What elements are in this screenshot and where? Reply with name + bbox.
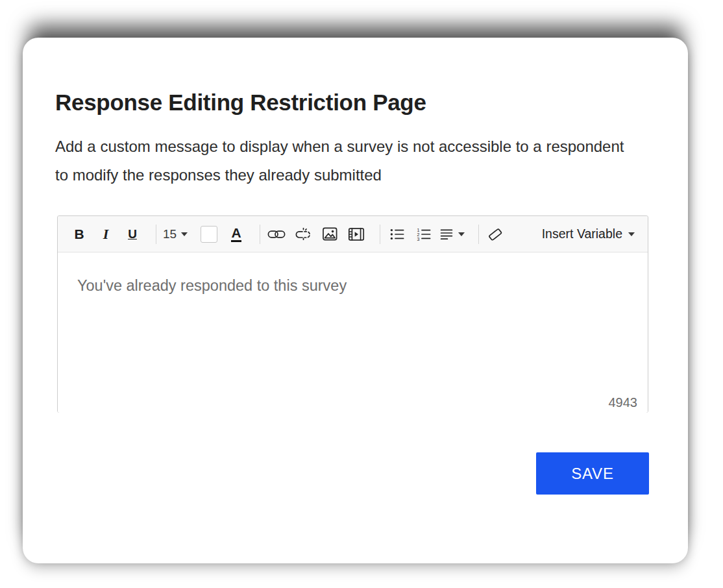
video-icon [348, 227, 365, 241]
align-dropdown[interactable] [440, 223, 465, 246]
toolbar-divider [260, 225, 260, 244]
image-icon [322, 227, 338, 241]
font-size-dropdown[interactable]: 15 [163, 227, 191, 241]
bullet-list-button[interactable] [387, 223, 406, 246]
editor-content-area[interactable]: You've already responded to this survey … [58, 252, 648, 413]
insert-image-button[interactable] [320, 223, 339, 246]
chevron-down-icon [628, 232, 635, 236]
toolbar-divider [156, 225, 156, 244]
insert-video-button[interactable] [347, 223, 366, 246]
page-title: Response Editing Restriction Page [55, 90, 426, 116]
editor-toolbar: B I U 15 A [58, 216, 648, 252]
unlink-icon [294, 228, 312, 241]
toolbar-divider [380, 225, 380, 244]
page-description: Add a custom message to display when a s… [55, 132, 628, 190]
clear-formatting-button[interactable] [485, 223, 505, 246]
font-color-icon: A [231, 226, 241, 242]
numbered-list-icon: 1 2 3 [416, 227, 431, 241]
svg-text:3: 3 [417, 236, 419, 241]
unlink-button[interactable] [293, 223, 313, 246]
svg-text:2: 2 [417, 232, 419, 236]
svg-text:1: 1 [417, 227, 419, 232]
toolbar-divider [478, 225, 479, 244]
bullet-list-icon [389, 227, 404, 241]
italic-icon: I [103, 226, 109, 243]
editor-text: You've already responded to this survey [58, 252, 648, 295]
font-size-value: 15 [163, 227, 177, 241]
chevron-down-icon [181, 232, 188, 236]
insert-variable-label: Insert Variable [542, 227, 622, 241]
settings-card: Response Editing Restriction Page Add a … [23, 38, 688, 563]
numbered-list-button[interactable]: 1 2 3 [413, 223, 433, 246]
chevron-down-icon [458, 232, 465, 236]
link-button[interactable] [267, 223, 286, 246]
background-color-swatch[interactable] [201, 226, 217, 243]
save-button[interactable]: SAVE [536, 452, 649, 495]
underline-icon: U [128, 227, 137, 241]
underline-button[interactable]: U [123, 223, 142, 246]
rich-text-editor: B I U 15 A [57, 215, 648, 413]
bold-icon: B [74, 227, 84, 242]
italic-button[interactable]: I [96, 223, 116, 246]
eraser-icon [487, 227, 504, 242]
insert-variable-dropdown[interactable]: Insert Variable [542, 227, 639, 241]
font-color-button[interactable]: A [227, 223, 246, 246]
link-icon [267, 228, 286, 240]
align-icon [440, 228, 453, 241]
character-count: 4943 [609, 395, 638, 410]
bold-button[interactable]: B [69, 223, 89, 246]
page: Response Editing Restriction Page Add a … [0, 0, 723, 588]
